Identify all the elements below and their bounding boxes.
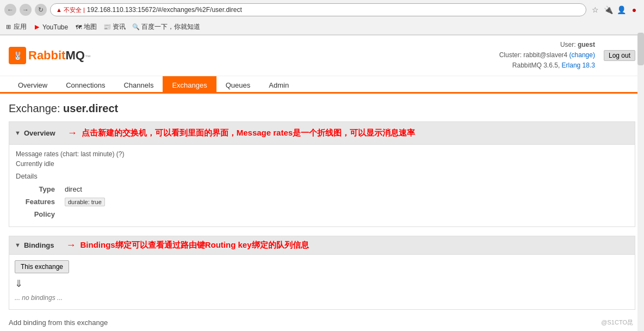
app-header: 🐰 RabbitMQ™ User: guest Cluster: rabbit@… xyxy=(0,35,644,76)
nav-tabs: Overview Connections Channels Exchanges … xyxy=(0,76,644,94)
extension-icon[interactable]: 🔌 xyxy=(603,4,614,15)
logo-letter: 🐰 xyxy=(13,51,22,60)
tab-channels[interactable]: Channels xyxy=(114,76,163,94)
bindings-section-header[interactable]: ▼ Bindings → Bindings绑定可以查看通过路由键Routing … xyxy=(9,236,635,254)
bookmark-icon[interactable]: ☆ xyxy=(590,4,600,15)
overview-section-header[interactable]: ▼ Overview → 点击新建的交换机，可以看到里面的界面，Message … xyxy=(9,121,635,144)
browser-toolbar: ← → ↻ ▲ 不安全 | 192.168.110.133:15672/#/ex… xyxy=(0,0,644,20)
url-text: 192.168.110.133:15672/#/exchanges/%2F/us… xyxy=(87,6,242,14)
bookmarks-bar: ⊞ 应用 ▶ YouTube 🗺 地图 📰 资讯 🔍 百度一下，你就知道 xyxy=(0,20,644,35)
bookmark-news[interactable]: 📰 资讯 xyxy=(103,22,126,32)
back-button[interactable]: ← xyxy=(4,4,16,16)
no-bindings-label: ... no bindings ... xyxy=(15,292,629,304)
logout-button[interactable]: Log out xyxy=(604,50,635,61)
bindings-header-label: Bindings xyxy=(24,241,54,249)
currently-idle: Currently idle xyxy=(16,160,628,168)
add-binding-title: Add binding from this exchange xyxy=(9,318,635,327)
details-label: Details xyxy=(16,172,628,180)
forward-button[interactable]: → xyxy=(20,4,32,16)
profile-icon[interactable]: 👤 xyxy=(616,4,627,15)
type-value: direct xyxy=(61,183,627,195)
bookmark-baidu-label: 百度一下，你就知道 xyxy=(141,22,200,32)
cluster-label: Cluster: xyxy=(499,51,522,59)
bookmark-youtube-label: YouTube xyxy=(42,23,68,31)
add-binding-section: Add binding from this exchange To queue … xyxy=(9,318,635,331)
page-title-prefix: Exchange: xyxy=(9,102,63,114)
watermark: @S1CTO昆 xyxy=(601,318,633,327)
toolbar-icons: ☆ 🔌 👤 ● xyxy=(590,4,640,15)
bindings-section: ▼ Bindings → Bindings绑定可以查看通过路由键Routing … xyxy=(9,236,635,331)
overview-toggle-icon: ▼ xyxy=(15,130,21,136)
cluster-change-link[interactable]: (change) xyxy=(569,51,595,59)
bindings-box: This exchange ⇓ ... no bindings ... xyxy=(9,254,635,310)
features-label: Features xyxy=(17,196,60,207)
bindings-annotation-text: Bindings绑定可以查看通过路由键Routing key绑定的队列信息 xyxy=(81,240,309,250)
overview-arrow-icon: → xyxy=(67,127,77,139)
user-line: User: guest xyxy=(499,40,595,50)
security-warning: ▲ 不安全 | xyxy=(56,6,85,14)
scrollbar[interactable] xyxy=(637,33,644,331)
tab-queues[interactable]: Queues xyxy=(216,76,260,94)
bindings-arrow-icon: → xyxy=(66,240,76,251)
details-block: Details Type direct Features durable: tr… xyxy=(16,172,628,221)
policy-label: Policy xyxy=(17,209,60,220)
this-exchange-button[interactable]: This exchange xyxy=(15,260,69,273)
page-title: Exchange: user.direct xyxy=(9,102,635,115)
overview-annotation-text: 点击新建的交换机，可以看到里面的界面，Message rates是一个折线图，可… xyxy=(82,128,415,138)
features-row: Features durable: true xyxy=(17,196,627,207)
user-name: guest xyxy=(578,41,595,48)
overview-section-body: Message rates (chart: last minute) (?) C… xyxy=(9,144,635,227)
version: RabbitMQ 3.6.5, xyxy=(512,62,560,69)
bookmark-apps[interactable]: ⊞ 应用 xyxy=(4,22,27,32)
reload-button[interactable]: ↻ xyxy=(35,4,47,16)
logo: 🐰 RabbitMQ™ xyxy=(9,47,91,64)
overview-header-label: Overview xyxy=(24,129,55,137)
logo-name: RabbitMQ™ xyxy=(28,48,91,63)
this-exchange-row: This exchange xyxy=(15,260,629,273)
bookmark-maps-label: 地图 xyxy=(84,22,97,32)
rabbitmq-app: 🐰 RabbitMQ™ User: guest Cluster: rabbit@… xyxy=(0,35,644,331)
bookmark-baidu[interactable]: 🔍 百度一下，你就知道 xyxy=(132,22,200,32)
tab-exchanges[interactable]: Exchanges xyxy=(163,76,216,94)
tab-admin[interactable]: Admin xyxy=(259,76,298,94)
msg-rates-label: Message rates (chart: last minute) (?) xyxy=(16,150,628,158)
baidu-icon: 🔍 xyxy=(132,23,140,31)
bookmark-news-label: 资讯 xyxy=(113,22,126,32)
content: Exchange: user.direct ▼ Overview → 点击新建的… xyxy=(0,94,644,331)
apps-icon: ⊞ xyxy=(4,23,12,31)
policy-value xyxy=(61,209,627,220)
tab-overview[interactable]: Overview xyxy=(9,76,57,94)
policy-row: Policy xyxy=(17,209,627,220)
type-row: Type direct xyxy=(17,183,627,195)
bookmark-maps[interactable]: 🗺 地图 xyxy=(75,22,97,32)
maps-icon: 🗺 xyxy=(75,23,82,31)
youtube-icon: ▶ xyxy=(33,23,41,31)
bookmark-youtube[interactable]: ▶ YouTube xyxy=(33,23,68,31)
features-value: durable: true xyxy=(61,196,627,207)
erlang-link[interactable]: Erlang 18.3 xyxy=(562,62,595,69)
bindings-toggle-icon: ▼ xyxy=(15,242,21,248)
cluster-name: rabbit@slaver4 xyxy=(523,51,567,59)
overview-section: ▼ Overview → 点击新建的交换机，可以看到里面的界面，Message … xyxy=(9,121,635,227)
browser-chrome: ← → ↻ ▲ 不安全 | 192.168.110.133:15672/#/ex… xyxy=(0,0,644,35)
version-line: RabbitMQ 3.6.5, Erlang 18.3 xyxy=(499,60,595,71)
tab-connections[interactable]: Connections xyxy=(57,76,114,94)
scrollbar-thumb[interactable] xyxy=(637,33,644,65)
bookmark-apps-label: 应用 xyxy=(14,22,27,32)
cluster-line: Cluster: rabbit@slaver4 (change) xyxy=(499,50,595,60)
arrow-down-icon: ⇓ xyxy=(15,275,629,292)
details-table: Type direct Features durable: true Polic… xyxy=(16,182,628,221)
menu-icon[interactable]: ● xyxy=(629,4,640,15)
news-icon: 📰 xyxy=(103,23,111,31)
durable-badge: durable: true xyxy=(65,198,105,206)
page-title-name: user.direct xyxy=(63,102,118,114)
logo-icon: 🐰 xyxy=(9,47,26,64)
user-info: User: guest Cluster: rabbit@slaver4 (cha… xyxy=(499,40,595,71)
type-label: Type xyxy=(17,183,60,195)
user-label: User: xyxy=(560,41,576,48)
address-bar[interactable]: ▲ 不安全 | 192.168.110.133:15672/#/exchange… xyxy=(50,3,586,16)
